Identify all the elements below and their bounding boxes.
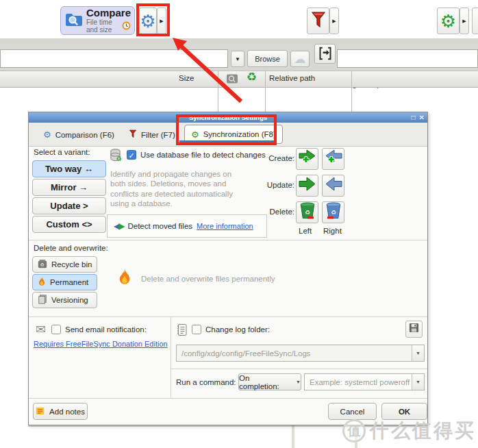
arrow-left-icon [325,177,342,195]
create-right-button[interactable] [296,148,318,170]
delete-label: Delete: [255,208,294,216]
chevron-right-icon: ▶ [160,18,163,24]
log-folder-path-value: /config/xdg/config/FreeFileSync/Logs [177,349,412,358]
recycle-bin-blue-icon: ♻ [325,202,342,223]
comparison-settings-dropdown[interactable]: ▶ [157,8,166,34]
variant-label: Two way ↔ [45,164,93,174]
variant-label: Custom <> [46,219,92,229]
sync-settings-button[interactable]: ⚙ [437,8,460,34]
grid-column-divider [218,71,218,112]
variant-description: Identify and propagate changes on both s… [110,169,234,209]
swap-arrows-icon [318,47,332,62]
chevron-right-icon: ▶ [462,18,466,24]
log-folder-path-combo[interactable]: /config/xdg/config/FreeFileSync/Logs ▼ [176,345,425,362]
footer-divider [29,398,427,399]
right-side-label: Right [323,227,342,235]
tab-filter[interactable]: Filter (F7) [129,123,175,147]
variant-update-button[interactable]: Update > [32,197,106,214]
sync-start-button-partial[interactable] [472,8,478,34]
run-command-label: Run a command: [176,378,236,386]
save-log-settings-button[interactable] [405,321,423,338]
tab-label: Comparison (F6) [55,131,114,139]
grid-column-divider [355,425,357,448]
swap-sides-button[interactable] [314,44,336,64]
filter-funnel-icon [129,129,137,140]
delete-left-button[interactable]: ♻ [296,201,318,223]
ok-button[interactable]: OK [381,403,427,420]
chevron-right-icon: ▶ [332,18,336,24]
tab-synchronization[interactable]: ⚙ Synchronization (F8) [184,125,283,144]
update-label: Update: [255,181,294,189]
variant-mirror-button[interactable]: Mirror → [32,179,106,196]
chevron-down-icon[interactable]: ▼ [412,345,424,361]
synchronization-settings-dialog: Synchronization Settings □ ✕ ⚙ Compariso… [28,112,428,425]
filter-settings-dropdown[interactable]: ▶ [329,8,339,34]
permanent-option-button[interactable]: Permanent [32,274,97,290]
command-input-combo[interactable]: Example: systemctl poweroff ▼ [304,373,425,390]
update-left-button[interactable] [322,175,344,197]
detect-moved-files-box: ◀▶ Detect moved files More information [107,214,267,238]
variant-label: Mirror → [51,182,88,192]
grid-column-divider [292,425,294,448]
update-right-button[interactable] [296,175,318,197]
browse-label: Browse [255,55,280,63]
right-folder-path-input[interactable] [337,49,478,68]
versioning-option-button[interactable]: Versioning [32,292,97,308]
change-log-folder-label: Change log folder: [205,325,270,334]
section-divider [29,316,427,317]
comparison-settings-button[interactable]: ⚙ [139,8,157,34]
view-filter-search-icon[interactable] [226,73,238,87]
variant-custom-button[interactable]: Custom <> [32,216,106,233]
cloud-button[interactable]: ☁ [290,51,310,67]
arrow-right-plus-icon [299,149,316,169]
variant-two-way-button[interactable]: Two way ↔ [32,160,106,177]
svg-text:♻: ♻ [116,155,121,162]
gear-icon: ⚙ [140,12,155,30]
use-database-checkbox[interactable]: ✓ [127,150,136,160]
donation-edition-link[interactable]: Requires FreeFileSync Donation Edition [34,340,168,348]
refresh-icon[interactable]: ♻ [247,71,257,83]
section-divider [29,240,427,240]
left-folder-history-dropdown[interactable]: ▼ [231,51,244,67]
add-notes-button[interactable]: Add notes [33,403,88,420]
dialog-titlebar[interactable]: Synchronization Settings □ ✕ [29,112,427,123]
compare-button[interactable]: Compare File time and size [60,6,135,35]
envelope-icon: ✉ [36,323,46,336]
close-icon[interactable]: ✕ [419,114,425,121]
delete-right-button[interactable]: ♻ [322,201,344,223]
cancel-button[interactable]: Cancel [328,403,377,420]
main-toolbar: Compare File time and size ⚙ ▶ ▶ ⚙ ▶ [0,0,478,39]
send-email-checkbox[interactable] [51,325,61,334]
chevron-down-icon[interactable]: ▼ [412,374,424,390]
tab-comparison[interactable]: ⚙ Comparison (F6) [43,123,114,147]
compare-folder-search-icon [65,12,83,29]
move-left-right-icon: ◀▶ [114,221,123,231]
option-label: Versioning [51,296,88,304]
folder-path-row: ▼ Browse ☁ Drag & drop [0,39,478,71]
add-notes-label: Add notes [49,408,85,416]
change-log-folder-checkbox[interactable] [192,325,201,334]
maximize-icon[interactable]: □ [412,114,416,121]
browse-button[interactable]: Browse [247,50,288,67]
recycle-bin-option-button[interactable]: ♻ Recycle bin [32,256,97,273]
column-header-relative-path[interactable]: Relative path [269,74,315,82]
gear-icon: ⚙ [191,130,199,139]
left-folder-path-input[interactable] [0,49,228,68]
clock-icon [122,21,131,32]
dialog-title: Synchronization Settings [189,114,267,121]
column-header-size[interactable]: Size [179,74,194,82]
section-divider [171,369,427,369]
select-variant-label: Select a variant: [34,148,90,156]
gear-icon: ⚙ [43,130,51,139]
section-vertical-divider [171,316,171,398]
flame-icon [117,269,132,290]
flame-small-icon [38,277,46,288]
command-trigger-dropdown[interactable]: On completion: ▼ [238,373,301,390]
tab-label: Synchronization (F8) [203,130,276,138]
more-information-link[interactable]: More information [197,222,253,230]
filter-settings-button[interactable] [307,8,329,34]
detect-moved-label: Detect moved files [127,222,192,230]
sync-settings-dropdown[interactable]: ▶ [460,8,469,34]
filter-funnel-icon [310,11,327,32]
create-left-button[interactable] [322,148,344,170]
